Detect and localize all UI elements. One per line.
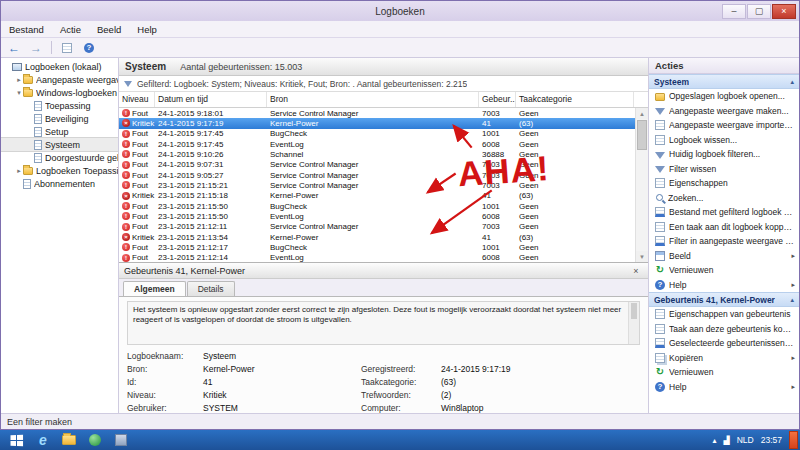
event-row[interactable]: !Fout23-1-2015 21:15:50BugCheck1001Geen <box>119 201 648 211</box>
expander-icon[interactable]: ▸ <box>15 76 23 84</box>
action-logboek-wissen[interactable]: Logboek wissen... <box>649 133 799 148</box>
action-beeld[interactable]: Beeld▸ <box>649 249 799 264</box>
tree-item-doorgestuurde-gebeurte[interactable]: Doorgestuurde gebeurte <box>1 151 118 164</box>
tree-item-toepassing[interactable]: Toepassing <box>1 99 118 112</box>
event-row[interactable]: !Fout24-1-2015 9:18:01Service Control Ma… <box>119 108 648 118</box>
help-icon[interactable] <box>80 40 98 56</box>
action-eigenschappen-van-gebeurtenis[interactable]: Eigenschappen van gebeurtenis <box>649 307 799 322</box>
menu-item-help[interactable]: Help <box>129 24 165 35</box>
forward-icon[interactable]: → <box>27 40 45 56</box>
vertical-scrollbar[interactable]: ▲ ▼ <box>635 108 648 262</box>
app-icon-2[interactable] <box>108 430 134 450</box>
export-icon[interactable] <box>58 40 76 56</box>
menu-bar: BestandActieBeeldHelp <box>1 21 799 38</box>
scroll-down-icon[interactable]: ▼ <box>636 251 648 262</box>
action-vernieuwen[interactable]: Vernieuwen <box>649 263 799 278</box>
folder-icon[interactable] <box>56 430 82 450</box>
column-header-bron[interactable]: Bron <box>267 92 479 107</box>
menu-item-beeld[interactable]: Beeld <box>89 24 129 35</box>
tree-item-systeem[interactable]: Systeem <box>1 138 118 151</box>
level-cell: ×Kritiek <box>119 119 155 128</box>
action-taak-aan-deze-gebeurtenis-koppel[interactable]: Taak aan deze gebeurtenis koppel... <box>649 322 799 337</box>
scroll-up-icon[interactable]: ▲ <box>636 108 648 119</box>
event-row[interactable]: !Fout23-1-2015 21:12:17BugCheck1001Geen <box>119 242 648 252</box>
column-header-niveau[interactable]: Niveau <box>119 92 155 107</box>
action-vernieuwen[interactable]: Vernieuwen <box>649 365 799 380</box>
action-aangepaste-weergave-maken[interactable]: Aangepaste weergave maken... <box>649 104 799 119</box>
tree-item-beveiliging[interactable]: Beveiliging <box>1 112 118 125</box>
tree-item-aangepaste-weergaven[interactable]: ▸Aangepaste weergaven <box>1 73 118 86</box>
tree-item-setup[interactable]: Setup <box>1 125 118 138</box>
notification-icon[interactable] <box>789 431 798 449</box>
action-zoeken[interactable]: Zoeken... <box>649 191 799 206</box>
clock[interactable]: 23:57 <box>761 435 782 445</box>
action-filter-in-aangepaste-weergave-opsl[interactable]: Filter in aangepaste weergave opsl... <box>649 234 799 249</box>
actions-section-systeem[interactable]: Systeem▴ <box>649 74 799 89</box>
network-icon[interactable]: ▟ <box>724 436 730 445</box>
view-icon <box>655 251 665 261</box>
tab-algemeen[interactable]: Algemeen <box>123 281 186 296</box>
event-row[interactable]: !Fout24-1-2015 9:07:31Service Control Ma… <box>119 160 648 170</box>
action-opgeslagen-logboek-openen[interactable]: Opgeslagen logboek openen... <box>649 89 799 104</box>
collapse-icon[interactable]: ▴ <box>790 78 794 86</box>
event-row[interactable]: !Fout23-1-2015 21:15:21Service Control M… <box>119 180 648 190</box>
scroll-thumb[interactable] <box>637 120 647 150</box>
level-cell: !Fout <box>119 243 155 252</box>
event-row[interactable]: ×Kritiek23-1-2015 21:13:54Kernel-Power41… <box>119 232 648 242</box>
submenu-arrow-icon: ▸ <box>791 354 795 362</box>
action-eigenschappen[interactable]: Eigenschappen <box>649 176 799 191</box>
expander-icon[interactable]: ▾ <box>15 89 23 97</box>
action-geselecteerde-gebeurtenissen-ops[interactable]: Geselecteerde gebeurtenissen ops... <box>649 336 799 351</box>
windows-flag-icon <box>10 434 23 446</box>
action-huidig-logboek-filteren[interactable]: Huidig logboek filteren... <box>649 147 799 162</box>
action-filter-wissen[interactable]: Filter wissen <box>649 162 799 177</box>
back-icon[interactable]: ← <box>5 40 23 56</box>
detail-close-icon[interactable]: × <box>629 266 643 276</box>
event-row[interactable]: !Fout23-1-2015 21:15:50EventLog6008Geen <box>119 211 648 221</box>
app-icon-1[interactable] <box>82 430 108 450</box>
detail-tabs: Algemeen Details <box>119 279 648 296</box>
event-row[interactable]: !Fout23-1-2015 21:12:11Service Control M… <box>119 222 648 232</box>
event-row[interactable]: !Fout24-1-2015 9:17:45BugCheck1001Geen <box>119 129 648 139</box>
column-header-datum-en-tijd[interactable]: Datum en tijd <box>155 92 267 107</box>
language-indicator[interactable]: NLD <box>737 435 754 445</box>
action-bestand-met-gefilterd-logboek-opsl[interactable]: Bestand met gefilterd logboek opsl... <box>649 205 799 220</box>
actions-body: Systeem▴Opgeslagen logboek openen...Aang… <box>649 74 799 394</box>
column-header-gebeur[interactable]: Gebeur... <box>479 92 516 107</box>
tray-chevron-icon[interactable]: ▴ <box>713 436 717 445</box>
save-icon <box>655 207 665 217</box>
minimize-button[interactable]: – <box>722 4 746 19</box>
field-value: Win8laptop <box>441 403 640 413</box>
action-aangepaste-weergave-importeren[interactable]: Aangepaste weergave importeren... <box>649 118 799 133</box>
event-row[interactable]: !Fout24-1-2015 9:17:45EventLog6008Geen <box>119 139 648 149</box>
action-help[interactable]: Help▸ <box>649 278 799 293</box>
maximize-button[interactable]: ▢ <box>747 4 771 19</box>
expander-icon[interactable]: ▸ <box>15 167 23 175</box>
collapse-icon[interactable]: ▴ <box>790 296 794 304</box>
menu-item-bestand[interactable]: Bestand <box>1 24 52 35</box>
tree-item-logboeken-lokaal[interactable]: Logboeken (lokaal) <box>1 60 118 73</box>
close-button[interactable]: × <box>772 4 796 19</box>
tree-item-windows-logboeken[interactable]: ▾Windows-logboeken <box>1 86 118 99</box>
event-row[interactable]: !Fout23-1-2015 21:12:14EventLog6008Geen <box>119 253 648 263</box>
refresh-icon <box>655 367 665 377</box>
event-row[interactable]: ×Kritiek23-1-2015 21:15:18Kernel-Power41… <box>119 191 648 201</box>
description-scrollbar[interactable] <box>628 302 639 344</box>
column-header-taakcategorie[interactable]: Taakcategorie <box>516 92 634 107</box>
category-cell: Geen <box>516 140 634 149</box>
action-een-taak-aan-dit-logboek-koppelen[interactable]: Een taak aan dit logboek koppelen... <box>649 220 799 235</box>
menu-item-actie[interactable]: Actie <box>52 24 89 35</box>
event-row[interactable]: !Fout24-1-2015 9:05:27Service Control Ma… <box>119 170 648 180</box>
event-row[interactable]: ×Kritiek24-1-2015 9:17:19Kernel-Power41(… <box>119 118 648 128</box>
event-row[interactable]: !Fout24-1-2015 9:10:26Schannel36888Geen <box>119 149 648 159</box>
ie-icon[interactable]: e <box>30 430 56 450</box>
actions-section-gebeurtenis-41-kernel-power[interactable]: Gebeurtenis 41, Kernel-Power▴ <box>649 292 799 307</box>
action-kopi-ren[interactable]: Kopiëren▸ <box>649 351 799 366</box>
date-cell: 24-1-2015 9:17:19 <box>155 119 267 128</box>
tree-item-logboeken-toepassingen-en[interactable]: ▸Logboeken Toepassingen en <box>1 164 118 177</box>
title-bar[interactable]: Logboeken – ▢ × <box>1 1 799 21</box>
tree-item-abonnementen[interactable]: Abonnementen <box>1 177 118 190</box>
action-help[interactable]: Help▸ <box>649 380 799 395</box>
tab-details[interactable]: Details <box>187 281 235 296</box>
start-button[interactable] <box>2 430 30 450</box>
